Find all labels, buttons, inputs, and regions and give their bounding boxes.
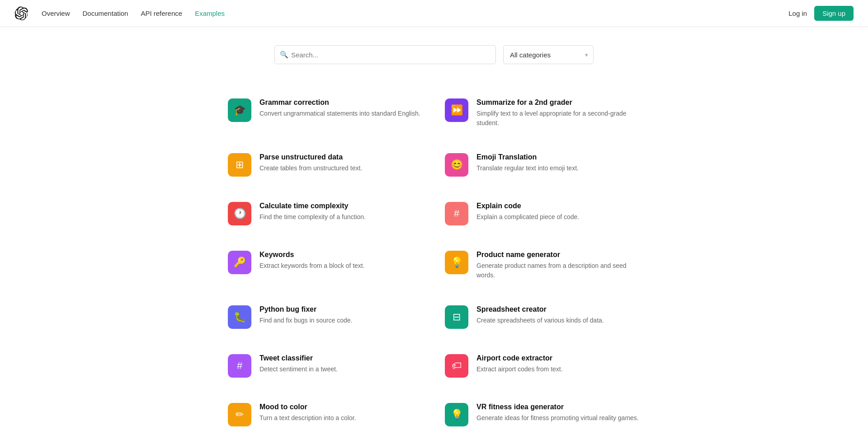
signup-button[interactable]: Sign up	[814, 6, 854, 21]
example-item[interactable]: 💡 Product name generator Generate produc…	[434, 238, 651, 293]
example-icon: 🕐	[228, 202, 251, 225]
example-desc: Create tables from unstructured text.	[259, 164, 362, 173]
example-title: Spreadsheet creator	[476, 305, 604, 313]
nav-actions: Log in Sign up	[788, 6, 854, 21]
category-select[interactable]: All categories Generation Transformation…	[503, 45, 594, 64]
example-desc: Translate regular text into emoji text.	[476, 164, 579, 173]
example-item[interactable]: 💡 VR fitness idea generator Generate ide…	[434, 390, 651, 435]
example-icon: #	[445, 202, 468, 225]
example-desc: Explain a complicated piece of code.	[476, 212, 579, 222]
example-title: Calculate time complexity	[259, 202, 366, 210]
example-item[interactable]: 🔑 Keywords Extract keywords from a block…	[217, 238, 434, 293]
example-item[interactable]: ⊟ Spreadsheet creator Create spreadsheet…	[434, 293, 651, 341]
example-icon: 🎓	[228, 98, 251, 122]
example-text: Tweet classifier Detect sentiment in a t…	[259, 354, 338, 374]
example-item[interactable]: # Explain code Explain a complicated pie…	[434, 189, 651, 238]
example-desc: Simplify text to a level appropriate for…	[476, 109, 640, 128]
example-title: Grammar correction	[259, 98, 420, 107]
example-desc: Find and fix bugs in source code.	[259, 316, 352, 325]
example-title: Airport code extractor	[476, 354, 563, 362]
example-item[interactable]: 🏷 Airport code extractor Extract airport…	[434, 341, 651, 390]
example-icon: 💡	[445, 403, 468, 426]
search-filter-row: 🔍 All categories Generation Transformati…	[217, 45, 651, 64]
example-icon: ⊞	[228, 153, 251, 177]
example-icon: 🔑	[228, 251, 251, 274]
example-title: Product name generator	[476, 251, 640, 259]
category-select-wrapper: All categories Generation Transformation…	[503, 45, 594, 64]
example-desc: Turn a text description into a color.	[259, 413, 356, 423]
example-desc: Create spreadsheets of various kinds of …	[476, 316, 604, 325]
example-title: Summarize for a 2nd grader	[476, 98, 640, 107]
example-text: Summarize for a 2nd grader Simplify text…	[476, 98, 640, 128]
example-text: VR fitness idea generator Generate ideas…	[476, 403, 639, 423]
example-text: Product name generator Generate product …	[476, 251, 640, 280]
example-title: Emoji Translation	[476, 153, 579, 161]
example-icon: 🐛	[228, 305, 251, 329]
example-item[interactable]: ⊞ Parse unstructured data Create tables …	[217, 140, 434, 189]
nav-links: Overview Documentation API reference Exa…	[42, 9, 788, 17]
nav-api-reference[interactable]: API reference	[141, 9, 182, 17]
example-desc: Generate product names from a descriptio…	[476, 261, 640, 280]
example-desc: Detect sentiment in a tweet.	[259, 365, 338, 374]
example-title: Tweet classifier	[259, 354, 338, 362]
example-title: Mood to color	[259, 403, 356, 411]
example-text: Keywords Extract keywords from a block o…	[259, 251, 365, 271]
example-title: Explain code	[476, 202, 579, 210]
example-icon: ✏	[228, 403, 251, 426]
example-item[interactable]: ✏ Mood to color Turn a text description …	[217, 390, 434, 435]
example-title: Python bug fixer	[259, 305, 352, 313]
example-text: Explain code Explain a complicated piece…	[476, 202, 579, 222]
example-item[interactable]: # Tweet classifier Detect sentiment in a…	[217, 341, 434, 390]
example-desc: Find the time complexity of a function.	[259, 212, 366, 222]
example-title: Parse unstructured data	[259, 153, 362, 161]
nav-examples[interactable]: Examples	[195, 9, 225, 17]
example-text: Grammar correction Convert ungrammatical…	[259, 98, 420, 118]
example-text: Python bug fixer Find and fix bugs in so…	[259, 305, 352, 325]
example-item[interactable]: 🐛 Python bug fixer Find and fix bugs in …	[217, 293, 434, 341]
example-icon: 💡	[445, 251, 468, 274]
main-content: 🔍 All categories Generation Transformati…	[208, 27, 660, 435]
nav-documentation[interactable]: Documentation	[83, 9, 128, 17]
example-desc: Convert ungrammatical statements into st…	[259, 109, 420, 118]
example-text: Airport code extractor Extract airport c…	[476, 354, 563, 374]
examples-grid: 🎓 Grammar correction Convert ungrammatic…	[217, 86, 651, 435]
example-item[interactable]: 😊 Emoji Translation Translate regular te…	[434, 140, 651, 189]
openai-logo	[14, 6, 29, 21]
search-wrapper: 🔍	[274, 45, 496, 64]
example-item[interactable]: 🕐 Calculate time complexity Find the tim…	[217, 189, 434, 238]
example-icon: #	[228, 354, 251, 378]
example-icon: 😊	[445, 153, 468, 177]
example-text: Mood to color Turn a text description in…	[259, 403, 356, 423]
example-desc: Extract keywords from a block of text.	[259, 261, 365, 271]
example-item[interactable]: ⏩ Summarize for a 2nd grader Simplify te…	[434, 86, 651, 140]
example-text: Calculate time complexity Find the time …	[259, 202, 366, 222]
search-icon: 🔍	[280, 51, 288, 59]
example-text: Spreadsheet creator Create spreadsheets …	[476, 305, 604, 325]
example-title: VR fitness idea generator	[476, 403, 639, 411]
example-item[interactable]: 🎓 Grammar correction Convert ungrammatic…	[217, 86, 434, 140]
example-icon: ⊟	[445, 305, 468, 329]
example-desc: Generate ideas for fitness promoting vir…	[476, 413, 639, 423]
nav-overview[interactable]: Overview	[42, 9, 70, 17]
navbar: Overview Documentation API reference Exa…	[0, 0, 868, 27]
login-button[interactable]: Log in	[788, 9, 807, 17]
example-icon: ⏩	[445, 98, 468, 122]
example-text: Emoji Translation Translate regular text…	[476, 153, 579, 173]
example-desc: Extract airport codes from text.	[476, 365, 563, 374]
search-input[interactable]	[274, 45, 496, 64]
example-icon: 🏷	[445, 354, 468, 378]
example-title: Keywords	[259, 251, 365, 259]
example-text: Parse unstructured data Create tables fr…	[259, 153, 362, 173]
